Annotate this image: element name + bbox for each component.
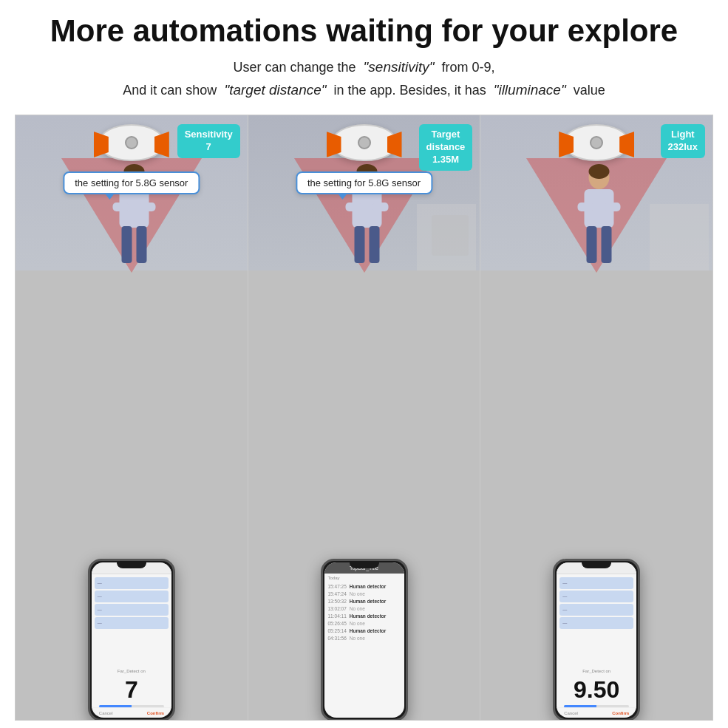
person-figure-3: [574, 164, 625, 268]
panels-row: the setting for 5.8G sensor: [15, 115, 713, 721]
log-entry: 05:25:14Human detector: [328, 628, 401, 633]
panel-target: the setting for 5.8G sensor: [248, 115, 481, 720]
svg-rect-3: [112, 203, 129, 211]
tooltip-target: the setting for 5.8G sensor: [296, 171, 432, 194]
phone-3: — — — — Far_Detect on 9.50 Cancel: [553, 559, 640, 720]
svg-rect-18: [605, 203, 621, 211]
phone3-footer: Cancel Confirm: [557, 707, 636, 718]
phone1-confirm[interactable]: Confirm: [147, 711, 164, 715]
panel-sensitivity: the setting for 5.8G sensor: [16, 115, 248, 720]
subtitle-end: value: [574, 83, 605, 98]
svg-rect-20: [602, 226, 612, 263]
phone1-row1[interactable]: —: [95, 577, 169, 589]
phone1-row4[interactable]: —: [95, 617, 169, 629]
badge-target: Target distance 1.35M: [419, 124, 473, 171]
log-entry: 13:50:32Human detector: [328, 599, 401, 604]
log-entry: 05:26:45No one: [328, 621, 401, 626]
phone3-big-value: 9.50: [557, 676, 636, 704]
svg-rect-19: [587, 226, 597, 263]
svg-rect-17: [578, 203, 594, 211]
far-detect-label-1: Far_Detect on: [92, 667, 171, 673]
svg-rect-4: [139, 203, 155, 211]
svg-point-15: [589, 164, 610, 179]
phone1-big-value: 7: [92, 676, 171, 704]
phone3-confirm[interactable]: Confirm: [612, 711, 629, 715]
far-detect-label-3: Far_Detect on: [557, 667, 636, 673]
phone-zone-1: — — — — Far_Detect on 7 Cancel: [16, 271, 248, 720]
log-entry: 15:47:25Human detector: [328, 584, 401, 589]
subtitle: User can change the "sensitivity" from 0…: [123, 56, 605, 101]
subtitle-mid1: from 0-9,: [441, 60, 494, 75]
badge-light: Light 232lux: [661, 124, 705, 158]
phone3-row4[interactable]: —: [559, 617, 633, 629]
phone1-cancel[interactable]: Cancel: [99, 711, 113, 715]
phone2-log: 15:47:25Human detector15:47:24No one13:5…: [324, 582, 404, 718]
phone-1: — — — — Far_Detect on 7 Cancel: [88, 559, 175, 720]
svg-rect-13: [369, 226, 379, 263]
svg-rect-11: [372, 203, 388, 211]
phone-zone-3: — — — — Far_Detect on 9.50 Cancel: [480, 271, 712, 720]
phone3-row3[interactable]: —: [559, 604, 633, 616]
log-entry: 15:47:24No one: [328, 591, 401, 596]
phone-2: TopBar_Title Today 15:47:25Human detecto…: [321, 559, 408, 720]
page-title: More automations waiting for your explor…: [50, 13, 678, 49]
tooltip-sensitivity: the setting for 5.8G sensor: [63, 171, 200, 194]
panel-light: Light 232lux — —: [480, 115, 712, 720]
phone-zone-2: TopBar_Title Today 15:47:25Human detecto…: [248, 271, 480, 720]
badge-sensitivity: Sensitivity 7: [177, 124, 240, 158]
phone3-row2[interactable]: —: [559, 591, 633, 602]
subtitle-mid2: in the app. Besides, it has: [334, 83, 486, 98]
phone1-footer: Cancel Confirm: [92, 707, 171, 718]
page: More automations waiting for your explor…: [0, 0, 728, 728]
log-entry: 13:02:07No one: [328, 606, 401, 611]
svg-rect-5: [121, 226, 132, 263]
phone3-row1[interactable]: —: [559, 577, 633, 589]
phone1-row3[interactable]: —: [95, 604, 169, 616]
phone3-cancel[interactable]: Cancel: [564, 711, 578, 715]
subtitle-quoted2: "target distance": [224, 82, 326, 98]
subtitle-line1: User can change the: [233, 60, 356, 75]
phone1-row2[interactable]: —: [95, 591, 169, 602]
subtitle-quoted3: "illuminace": [494, 82, 566, 98]
subtitle-quoted1: "sensitivity": [364, 59, 435, 75]
subtitle-line2: And it can show: [123, 83, 217, 98]
log-entry: 04:31:56No one: [328, 636, 401, 641]
phone2-today: Today: [324, 574, 404, 582]
svg-rect-6: [136, 226, 146, 263]
svg-rect-10: [345, 203, 361, 211]
svg-rect-12: [354, 226, 364, 263]
log-entry: 11:04:11Human detector: [328, 613, 401, 619]
